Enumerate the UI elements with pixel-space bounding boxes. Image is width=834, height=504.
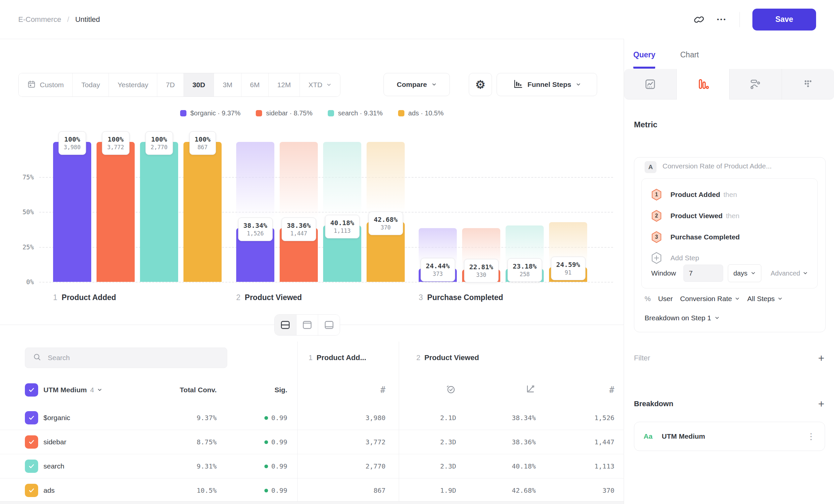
add-breakdown-icon[interactable]: + [818, 400, 825, 407]
bar-label-count: 373 [425, 270, 449, 278]
ghost-bar-sidebar-step2[interactable] [280, 142, 318, 228]
query-step-name: Purchase Completed [671, 233, 740, 241]
compare-button[interactable]: Compare [383, 73, 450, 96]
measure-type-dropdown[interactable]: Conversion Rate [680, 295, 740, 303]
range-6m[interactable]: 6M [242, 73, 269, 96]
step1-name: Product Add... [316, 353, 366, 362]
legend-item-search[interactable]: search · 9.31% [328, 109, 383, 117]
layout-toggle-top-panel[interactable] [297, 315, 319, 335]
chart-type-label: Funnel Steps [527, 81, 571, 89]
row-checkbox[interactable] [25, 460, 38, 473]
step1-count-column-icon[interactable]: # [380, 385, 399, 395]
select-all-checkbox[interactable] [25, 383, 38, 396]
window-unit-select[interactable]: days [728, 264, 761, 282]
bar-ads-step1[interactable] [183, 142, 222, 282]
range-custom[interactable]: Custom [19, 73, 73, 96]
tab-insights-chart[interactable] [624, 69, 677, 99]
row-step1-count: 3,980 [366, 414, 399, 422]
breakdown-column-header[interactable]: UTM Medium 4 [43, 386, 143, 394]
chevron-down-icon [751, 270, 756, 277]
query-step-2[interactable]: 2 Product Viewedthen [651, 205, 800, 227]
breadcrumb-page-title[interactable]: Untitled [75, 15, 100, 24]
more-menu-icon[interactable]: ••• [717, 16, 727, 23]
tab-retention-chart[interactable] [782, 69, 834, 99]
calendar-icon [27, 80, 36, 90]
row-step2-count: 370 [602, 486, 624, 495]
row-checkbox[interactable] [25, 411, 38, 425]
bar-label-percent: 100% [194, 135, 210, 143]
save-button[interactable]: Save [752, 8, 816, 30]
query-step-1[interactable]: 1 Product Addedthen [651, 184, 800, 205]
sig-value: 0.99 [271, 462, 287, 470]
window-value-input[interactable] [683, 265, 723, 282]
kebab-menu-icon[interactable]: ⋮ [807, 431, 815, 442]
tab-query[interactable]: Query [633, 50, 655, 69]
row-step2-avg-time: 1.9D [440, 486, 463, 495]
ghost-bar-search-step2[interactable] [323, 142, 361, 226]
range-7d[interactable]: 7D [157, 73, 184, 96]
ghost-bar-ads-step2[interactable] [367, 142, 405, 222]
breadcrumb-section[interactable]: E-Commerce [18, 15, 61, 24]
tab-chart[interactable]: Chart [680, 50, 699, 69]
chevron-down-icon [432, 81, 437, 89]
breakdown-item[interactable]: Aa UTM Medium ⋮ [634, 422, 825, 451]
range-today[interactable]: Today [73, 73, 109, 96]
table-row-sidebar[interactable]: sidebar8.75%0.993,7722.3D38.36%1,447 [0, 430, 624, 454]
tab-flows-chart[interactable] [729, 69, 782, 99]
bar-$organic-step1[interactable] [53, 142, 91, 282]
step2-index: 2 [416, 353, 420, 362]
step2-count-column-icon[interactable]: # [609, 385, 624, 395]
table-row-ads[interactable]: ads10.5%0.998671.9D42.68%370 [0, 479, 624, 503]
bar-label-count: 258 [512, 271, 536, 278]
row-checkbox[interactable] [25, 435, 38, 449]
row-checkbox[interactable] [25, 484, 38, 497]
search-input[interactable] [47, 353, 220, 362]
range-30d[interactable]: 30D [184, 73, 214, 96]
legend-item-ads[interactable]: ads · 10.5% [398, 109, 444, 117]
metric-title[interactable]: Conversion Rate of Product Adde... [662, 162, 772, 170]
bar-search-step1[interactable] [140, 142, 178, 282]
bar-sidebar-step1[interactable] [96, 142, 135, 282]
range-yesterday[interactable]: Yesterday [109, 73, 157, 96]
sig-column-header[interactable]: Sig. [275, 386, 297, 394]
breadcrumb-separator: / [67, 15, 69, 24]
ghost-bar-$organic-step2[interactable] [236, 142, 275, 228]
x-axis-step-3: 3Purchase Completed [419, 293, 503, 302]
range-12m[interactable]: 12M [269, 73, 300, 96]
step2-avg-time-column-icon[interactable] [445, 384, 463, 396]
chart-type-button[interactable]: Funnel Steps [497, 73, 597, 96]
funnel-bars-icon [697, 78, 709, 90]
table-row-organic[interactable]: $organic9.37%0.993,9802.1D38.34%1,526 [0, 406, 624, 430]
sig-dot [264, 464, 268, 468]
measure-scope-dropdown[interactable]: All Steps [747, 295, 783, 303]
step-hexagon-badge [651, 252, 662, 264]
range-3m[interactable]: 3M [214, 73, 241, 96]
layout-toggle-split[interactable] [275, 315, 297, 335]
tab-funnel-chart[interactable] [677, 69, 729, 99]
window-label: Window [651, 269, 676, 277]
legend-item-sidebar[interactable]: sidebar · 8.75% [256, 109, 312, 117]
query-step-3[interactable]: 3 Purchase Completed [651, 227, 800, 248]
check-icon [28, 462, 35, 470]
range-xtd[interactable]: XTD [300, 73, 340, 96]
add-filter-icon[interactable]: + [818, 355, 825, 361]
total-conv-column-header[interactable]: Total Conv. [180, 386, 219, 394]
chart-settings-button[interactable]: ⚙ [469, 73, 492, 96]
layout-toggle-bottom-panel[interactable] [318, 315, 340, 335]
breakdown-step-dropdown[interactable]: Breakdown on Step 1 [644, 314, 720, 322]
table-row-search[interactable]: search9.31%0.992,7702.3D40.18%1,113 [0, 454, 624, 479]
measure-entity[interactable]: User [658, 295, 673, 303]
bar-label-percent: 42.68% [374, 215, 397, 224]
x-axis-step-2: 2Product Viewed [236, 293, 302, 302]
y-axis-tick: 50% [10, 208, 34, 215]
row-step1-count: 867 [374, 486, 399, 495]
step-hexagon-badge: 2 [651, 210, 662, 222]
step2-conv-rate-column-icon[interactable] [525, 384, 542, 396]
bar-label-search-step2: 40.18%1,113 [325, 215, 359, 238]
advanced-toggle[interactable]: Advanced [771, 270, 808, 277]
row-step2-avg-time: 2.3D [440, 462, 463, 470]
legend-swatch [180, 110, 186, 116]
table-column-divider [399, 342, 399, 501]
legend-item-organic[interactable]: $organic · 9.37% [180, 109, 241, 117]
share-link-icon[interactable] [694, 14, 704, 25]
